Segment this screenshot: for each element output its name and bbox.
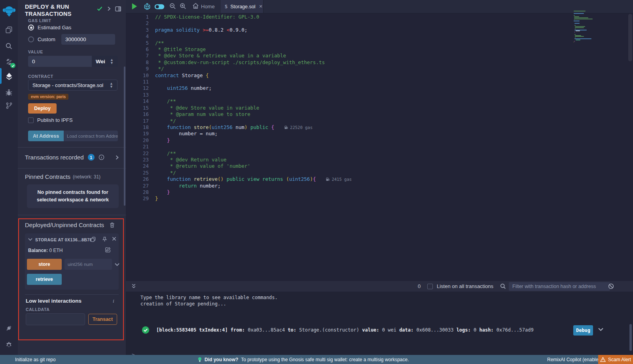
code-line[interactable]: 12 uint256 number; <box>126 85 582 91</box>
code-line[interactable]: 20 } <box>126 137 582 144</box>
run-script-play-icon[interactable] <box>131 3 138 10</box>
gas-estimate-annotation: 2415 gas <box>326 176 352 182</box>
ai-copilot-robot-icon[interactable] <box>143 3 151 10</box>
minimap-line <box>575 26 585 27</box>
code-line[interactable]: 17 */ <box>126 118 582 124</box>
code-line[interactable]: 21 <box>126 144 582 150</box>
terminal-body[interactable]: Type the library name to see available c… <box>126 292 633 355</box>
debugger-icon[interactable] <box>0 85 18 99</box>
code-line[interactable]: 19 number = num; <box>126 131 582 137</box>
code-line[interactable]: 9 */ <box>126 66 582 72</box>
code-line[interactable]: 25 */ <box>126 170 582 176</box>
contract-instance-title[interactable]: STORAGE AT 0X136...8B78 <box>35 237 92 242</box>
scam-alert-button[interactable]: Scam Alert <box>598 355 633 364</box>
code-line[interactable]: 15 * @dev Store value in variable <box>126 105 582 111</box>
calldata-input[interactable] <box>26 313 85 325</box>
terminal-scrollbar[interactable] <box>629 324 632 351</box>
deploy-button[interactable]: Deploy <box>28 103 57 114</box>
code-line[interactable]: 8 * @custom:dev-run-script ./scripts/dep… <box>126 59 582 66</box>
terminal-filter-input[interactable] <box>509 282 610 291</box>
copy-icon[interactable] <box>91 237 96 242</box>
code-line[interactable]: 26 function retrieve() public view retur… <box>126 176 582 182</box>
code-line[interactable]: 13 <box>126 92 582 98</box>
at-address-input[interactable]: Load contract from Addre <box>64 131 118 141</box>
code-line[interactable]: 1// SPDX-License-Identifier: GPL-3.0 <box>126 14 582 20</box>
trash-icon[interactable] <box>110 222 115 228</box>
remix-logo-icon[interactable] <box>0 3 18 19</box>
pin-panel-icon[interactable] <box>115 6 121 11</box>
code-line[interactable]: 6 * @title Storage <box>126 46 582 53</box>
copilot-status[interactable]: RemixAI Copilot (enabled) <box>547 357 603 362</box>
store-function-button[interactable]: store <box>27 259 62 270</box>
settings-gear-icon[interactable] <box>0 338 18 352</box>
estimated-gas-radio[interactable] <box>28 25 34 30</box>
pin-contract-icon[interactable] <box>102 237 107 242</box>
code-line[interactable]: 3pragma solidity >=0.8.2 <0.9.0; <box>126 27 582 33</box>
solidity-compiler-icon[interactable] <box>0 55 18 69</box>
edit-balance-icon[interactable] <box>105 247 111 252</box>
panel-expand-chevron-icon[interactable] <box>107 6 111 11</box>
contract-select[interactable]: Storage - contracts/Storage.sol ▲▼ <box>28 80 118 91</box>
custom-gas-radio[interactable] <box>28 36 34 42</box>
code-line[interactable]: 23 * @dev Return value <box>126 157 582 163</box>
tx-log-entry[interactable]: [block:5583405 txIndex:4] from: 0xa03...… <box>156 327 534 333</box>
debug-button[interactable]: Debug <box>573 325 593 336</box>
code-line[interactable]: 14 /** <box>126 98 582 104</box>
expand-terminal-chevrons-icon[interactable] <box>131 284 136 289</box>
deploy-run-icon[interactable] <box>0 70 18 83</box>
code-line[interactable]: 5/** <box>126 40 582 46</box>
transactions-expand-chevron-icon[interactable] <box>116 155 119 160</box>
transactions-info-icon[interactable] <box>99 154 104 160</box>
code-editor[interactable]: 1// SPDX-License-Identifier: GPL-3.023pr… <box>126 14 582 281</box>
editor-scrollbar[interactable] <box>628 14 632 61</box>
code-line[interactable]: 2 <box>126 20 582 27</box>
home-icon[interactable] <box>192 3 199 9</box>
zoom-in-icon[interactable] <box>180 3 186 9</box>
at-address-button[interactable]: At Address <box>28 131 64 141</box>
listen-transactions-checkbox[interactable] <box>427 284 433 289</box>
terminal-log-line: creation of Storage pending... <box>140 301 226 307</box>
code-line[interactable]: 29} <box>126 195 582 202</box>
code-text: /** <box>155 98 176 104</box>
value-unit-select[interactable]: Wei ▲▼ <box>92 56 118 67</box>
code-text: function store(uint256 num) public { <box>155 124 274 131</box>
git-init-status[interactable]: Initialize as git repo <box>15 357 56 362</box>
pinned-empty-message: No pinned contracts found for selected w… <box>27 184 119 208</box>
code-line[interactable]: 27 return number; <box>126 183 582 189</box>
code-line[interactable]: 4 <box>126 33 582 40</box>
custom-gas-input[interactable]: 3000000 <box>61 34 115 45</box>
copilot-toggle-icon[interactable] <box>154 4 165 9</box>
low-level-info-icon[interactable]: i <box>113 298 114 304</box>
code-line[interactable]: 22 /** <box>126 150 582 157</box>
code-line[interactable]: 10contract Storage { <box>126 72 582 79</box>
code-line[interactable]: 18 function store(uint256 num) public {2… <box>126 124 582 131</box>
git-icon[interactable] <box>0 99 18 112</box>
close-tab-icon[interactable]: ✕ <box>259 4 262 9</box>
tx-segments: [block:5583405 txIndex:4] from: 0xa03...… <box>156 327 534 333</box>
editor-minimap[interactable] <box>574 11 618 44</box>
file-explorer-icon[interactable] <box>0 23 18 36</box>
code-line[interactable]: 24 * @return value of 'number' <box>126 163 582 169</box>
code-line[interactable]: 7 * @dev Store & retrieve value in a var… <box>126 53 582 59</box>
code-line[interactable]: 28 } <box>126 189 582 195</box>
publish-ipfs-checkbox[interactable] <box>28 118 34 123</box>
retrieve-function-button[interactable]: retrieve <box>27 274 62 285</box>
tab-storage-sol[interactable]: S Storage.sol ✕ <box>221 0 263 13</box>
code-text: * @dev Store & retrieve value in a varia… <box>155 53 286 59</box>
plugin-manager-icon[interactable] <box>0 321 18 335</box>
close-contract-icon[interactable] <box>112 237 116 241</box>
contract-collapse-chevron-icon[interactable] <box>28 238 32 241</box>
store-args-input[interactable]: uint256 num <box>64 259 112 270</box>
tx-expand-chevron-icon[interactable] <box>598 328 603 331</box>
panel-scrollbar[interactable] <box>124 66 125 206</box>
minimap-line <box>574 25 576 26</box>
search-icon[interactable] <box>0 39 18 53</box>
code-line[interactable]: 11 <box>126 79 582 85</box>
home-tab-label[interactable]: Home <box>201 4 215 9</box>
transact-button[interactable]: Transact <box>88 314 117 325</box>
expand-args-chevron-icon[interactable] <box>115 263 119 266</box>
zoom-out-icon[interactable] <box>169 3 176 9</box>
code-line[interactable]: 16 * @param num value to store <box>126 111 582 118</box>
clear-terminal-icon[interactable] <box>608 283 614 289</box>
value-input[interactable]: 0 <box>28 56 92 67</box>
